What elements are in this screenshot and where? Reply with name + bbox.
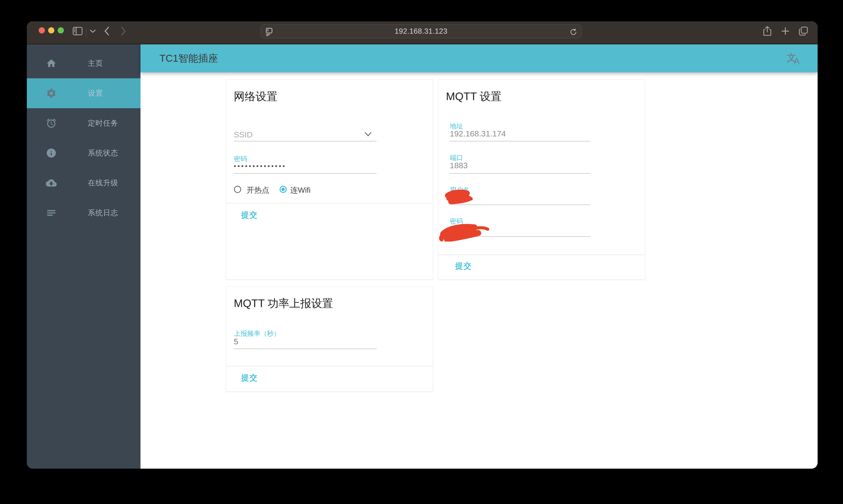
mqtt-password-label: 密码 xyxy=(450,217,463,226)
browser-titlebar: 192.168.31.123 xyxy=(27,21,818,44)
info-icon xyxy=(46,148,57,159)
mqtt-password-underline xyxy=(450,236,590,237)
report-frequency-input[interactable]: 5 xyxy=(234,337,238,346)
mqtt-username-label: 用户名 xyxy=(450,185,470,195)
minimize-window-button[interactable] xyxy=(48,27,54,34)
back-button[interactable] xyxy=(101,25,113,37)
port-underline xyxy=(450,173,590,174)
share-icon xyxy=(763,26,772,37)
report-frequency-label: 上报频率（秒） xyxy=(234,329,280,338)
toolbar-divider xyxy=(86,29,86,37)
sidebar-item-label: 系统状态 xyxy=(88,148,118,158)
wifi-radio[interactable] xyxy=(280,186,287,193)
plus-icon xyxy=(781,27,790,36)
share-button[interactable] xyxy=(761,25,773,37)
new-tab-button[interactable] xyxy=(779,25,791,37)
hotspot-radio-label[interactable]: 开热点 xyxy=(247,185,269,196)
reload-icon[interactable] xyxy=(569,28,577,37)
mqtt-submit-button[interactable]: 提交 xyxy=(455,261,472,271)
password-underline xyxy=(234,173,377,174)
back-chevron-icon xyxy=(104,26,110,37)
page-format-icon[interactable] xyxy=(265,28,273,37)
zoom-window-button[interactable] xyxy=(58,27,64,34)
sidebar-item-label: 系统日志 xyxy=(88,208,118,218)
log-lines-icon xyxy=(46,208,57,218)
card-title: 网络设置 xyxy=(234,89,277,104)
network-submit-button[interactable]: 提交 xyxy=(241,210,258,220)
card-title: MQTT 功率上报设置 xyxy=(234,296,333,311)
language-toggle-button[interactable]: 文 A xyxy=(787,51,802,66)
sidebar-item-label: 主页 xyxy=(88,58,103,68)
gear-icon xyxy=(46,88,57,99)
wifi-mode-radio-group: 开热点 连Wifi xyxy=(226,185,433,195)
tab-group-chevron-button[interactable] xyxy=(87,25,99,37)
page-title: TC1智能插座 xyxy=(160,44,218,72)
sidebar-item-label: 定时任务 xyxy=(88,118,118,128)
wifi-password-input[interactable]: •••••••••••••• xyxy=(234,162,286,170)
sidebar-item-system-log[interactable]: 系统日志 xyxy=(27,198,141,228)
alarm-icon xyxy=(46,118,57,129)
sidebar-item-label: 设置 xyxy=(88,88,103,98)
app-header: TC1智能插座 文 A xyxy=(141,44,818,72)
page-content-area: TC1智能插座 文 A 网络设置 SSID 密码 xyxy=(141,44,818,469)
sidebar-item-system-status[interactable]: 系统状态 xyxy=(27,138,141,168)
frequency-underline xyxy=(234,348,377,349)
mqtt-address-input[interactable]: 192.168.31.174 xyxy=(450,129,506,138)
sidebar-item-settings[interactable]: 设置 xyxy=(27,78,141,108)
tabs-overview-icon xyxy=(799,26,808,37)
chevron-down-icon[interactable] xyxy=(364,131,372,138)
card-title: MQTT 设置 xyxy=(446,89,501,104)
card-divider xyxy=(226,203,433,203)
mqtt-power-report-card: MQTT 功率上报设置 上报频率（秒） 5 提交 xyxy=(226,286,433,392)
forward-chevron-icon xyxy=(121,26,126,37)
mqtt-port-input[interactable]: 1883 xyxy=(450,161,468,170)
ssid-select[interactable]: SSID xyxy=(234,130,252,139)
home-icon xyxy=(46,58,57,69)
hotspot-radio[interactable] xyxy=(234,186,241,193)
network-settings-card: 网络设置 SSID 密码 •••••••••••••• 开热点 连Wifi xyxy=(226,79,433,280)
username-underline xyxy=(450,204,590,205)
sidebar: 主页 设置 定时任务 系统状态 xyxy=(27,44,141,469)
sidebar-item-scheduled-tasks[interactable]: 定时任务 xyxy=(27,108,141,138)
wifi-radio-label[interactable]: 连Wifi xyxy=(290,185,310,196)
url-text: 192.168.31.123 xyxy=(261,27,581,36)
sidebar-toggle-button[interactable] xyxy=(71,25,84,37)
close-window-button[interactable] xyxy=(39,27,45,34)
sidebar-toggle-icon xyxy=(72,26,83,36)
sidebar-item-label: 在线升级 xyxy=(88,178,118,188)
safari-window: 192.168.31.123 xyxy=(27,21,818,469)
password-redaction-scribble xyxy=(438,220,490,241)
chevron-down-icon xyxy=(90,29,96,34)
tab-overview-button[interactable] xyxy=(797,25,809,37)
traffic-lights xyxy=(39,27,64,34)
forward-button[interactable] xyxy=(117,25,130,37)
address-underline xyxy=(450,141,590,141)
sidebar-item-online-upgrade[interactable]: 在线升级 xyxy=(27,168,141,198)
card-divider xyxy=(438,255,645,255)
card-divider xyxy=(226,366,433,366)
ssid-underline xyxy=(234,141,377,141)
desktop-background: 192.168.31.123 xyxy=(0,0,843,504)
cloud-download-icon xyxy=(46,178,57,188)
power-submit-button[interactable]: 提交 xyxy=(241,373,258,383)
address-bar[interactable]: 192.168.31.123 xyxy=(261,24,582,38)
mqtt-settings-card: MQTT 设置 地址 192.168.31.174 端口 1883 用户名 密码 xyxy=(438,79,645,280)
sidebar-item-home[interactable]: 主页 xyxy=(27,49,141,78)
